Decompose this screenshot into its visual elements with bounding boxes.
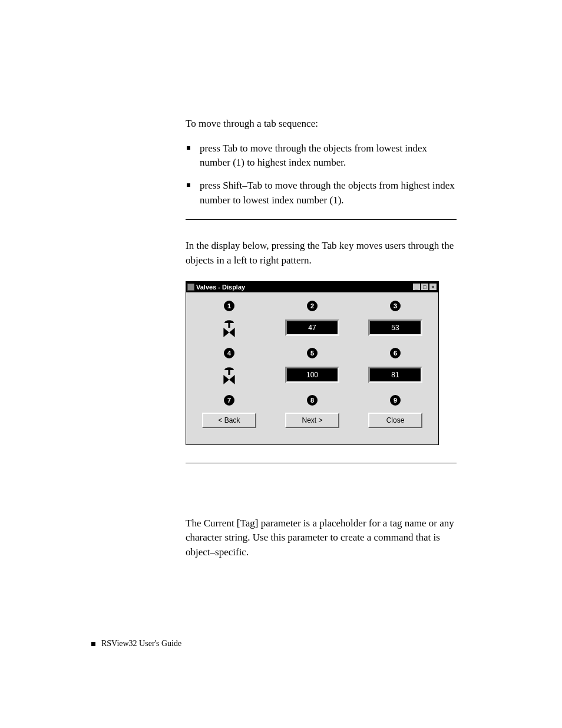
tab-index-badge-6: 6 — [390, 348, 401, 358]
back-button[interactable]: < Back — [202, 413, 256, 428]
divider — [186, 463, 457, 463]
divider — [186, 219, 457, 220]
tab-index-badge-5: 5 — [307, 348, 318, 358]
mid-paragraph: In the display below, pressing the Tab k… — [186, 239, 457, 268]
tab-index-badge-9: 9 — [390, 395, 401, 406]
intro-text: To move through a tab sequence: — [186, 117, 457, 131]
footer-bullet-icon — [91, 642, 95, 646]
valves-dialog: Valves - Display _ □ × 1 2 3 — [186, 281, 439, 445]
close-button[interactable]: Close — [368, 413, 422, 428]
window-icon — [187, 284, 194, 291]
bullet-list: press Tab to move through the objects fr… — [186, 141, 457, 208]
footer-text: RSView32 User's Guide — [101, 639, 181, 648]
numeric-input-5[interactable]: 100 — [285, 367, 339, 383]
titlebar-close-button[interactable]: × — [429, 283, 437, 291]
numeric-input-6[interactable]: 81 — [368, 367, 422, 383]
tab-index-badge-2: 2 — [307, 301, 318, 311]
tab-index-badge-1: 1 — [224, 301, 234, 311]
next-button[interactable]: Next > — [285, 413, 339, 428]
valve-icon[interactable] — [220, 318, 239, 337]
svg-rect-0 — [228, 323, 230, 328]
bullet-item-1: press Tab to move through the objects fr… — [186, 141, 457, 170]
numeric-input-2[interactable]: 47 — [285, 319, 339, 336]
page-footer: RSView32 User's Guide — [91, 639, 181, 648]
dialog-title: Valves - Display — [196, 284, 245, 291]
tab-index-badge-3: 3 — [390, 301, 401, 311]
bottom-paragraph: The Current [Tag] parameter is a placeho… — [186, 516, 457, 560]
svg-rect-1 — [228, 370, 230, 375]
valve-icon[interactable] — [220, 365, 239, 384]
bullet-item-2: press Shift–Tab to move through the obje… — [186, 179, 457, 207]
maximize-button[interactable]: □ — [421, 283, 429, 291]
minimize-button[interactable]: _ — [412, 283, 421, 291]
numeric-input-3[interactable]: 53 — [368, 319, 422, 336]
dialog-titlebar[interactable]: Valves - Display _ □ × — [186, 282, 438, 292]
tab-index-badge-8: 8 — [307, 395, 318, 406]
tab-index-badge-4: 4 — [224, 348, 234, 358]
tab-index-badge-7: 7 — [224, 395, 234, 406]
